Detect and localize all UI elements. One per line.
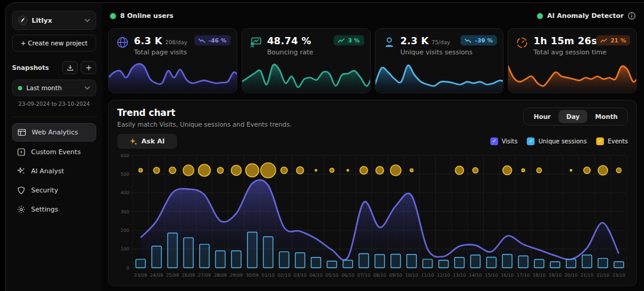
trend-chart-card: Trend chart Easily match Visits, Unique … — [108, 100, 637, 286]
sidebar-item-security[interactable]: Security — [12, 182, 96, 199]
legend-events[interactable]: ✓ Events — [596, 137, 628, 145]
custom-events-icon — [17, 148, 26, 157]
svg-text:08/10: 08/10 — [373, 272, 386, 278]
svg-text:19/10: 19/10 — [548, 272, 561, 278]
project-selector[interactable]: Litlyx — [12, 11, 96, 30]
stat-label: Total avg session time — [533, 48, 606, 56]
stat-label: Total page visits — [134, 48, 187, 56]
sparkle-icon — [130, 138, 137, 145]
sparkline-session-time — [508, 62, 637, 93]
svg-text:01/10: 01/10 — [262, 272, 275, 278]
stat-per-day: 208/day — [165, 39, 187, 45]
trend-legend: ✓ Visits ✓ Unique sessions ✓ Events — [490, 137, 628, 145]
sidebar-item-settings[interactable]: Settings — [12, 201, 96, 218]
sparkline-unique-sessions — [375, 62, 504, 93]
trend-up-icon — [600, 38, 608, 43]
stat-card-unique-sessions: 2.3 K 75/day Unique visits sessions -39 … — [375, 28, 504, 93]
svg-text:03/10: 03/10 — [294, 272, 307, 278]
svg-text:14/10: 14/10 — [469, 272, 482, 278]
ai-analyst-icon — [17, 167, 26, 176]
stat-label: Unique visits sessions — [401, 48, 473, 56]
stat-cards-row: 6.3 K 208/day Total page visits -46 % 48… — [108, 28, 637, 93]
svg-text:16/10: 16/10 — [500, 272, 514, 278]
svg-text:09/10: 09/10 — [389, 272, 402, 278]
svg-text:20/10: 20/10 — [564, 272, 578, 278]
trend-down-icon — [465, 38, 472, 43]
svg-text:23/09: 23/09 — [134, 272, 147, 278]
globe-icon — [116, 36, 129, 49]
stat-value: 1h 15m 26s — [533, 35, 597, 47]
svg-text:600: 600 — [121, 153, 130, 158]
create-project-button[interactable]: + Create new project — [12, 35, 96, 51]
snapshot-select[interactable]: Last month — [12, 79, 96, 96]
legend-visits[interactable]: ✓ Visits — [490, 137, 518, 145]
stat-card-bouncing-rate: 48.74 % Bouncing rate 3 % — [242, 28, 371, 93]
online-users-label: 8 Online users — [120, 12, 173, 20]
svg-text:04/10: 04/10 — [310, 272, 323, 278]
sidebar-item-ai-analyst[interactable]: AI Analyst — [12, 163, 96, 180]
stat-trend-badge: -46 % — [194, 35, 231, 45]
svg-text:22/10: 22/10 — [596, 272, 609, 278]
ask-ai-button[interactable]: Ask AI — [117, 134, 177, 149]
save-snapshot-button[interactable] — [62, 61, 78, 74]
stat-trend-badge: 3 % — [334, 35, 364, 45]
sparkline-page-visits — [108, 62, 237, 93]
range-segmented-control: Hour Day Month — [523, 108, 628, 125]
range-hour-button[interactable]: Hour — [526, 110, 558, 123]
svg-text:26/09: 26/09 — [182, 272, 195, 278]
stat-trend-badge: 21 % — [596, 35, 630, 45]
stat-per-day: 75/day — [432, 39, 450, 45]
trend-chart[interactable]: 010020030040050060023/0924/0925/0926/092… — [116, 151, 630, 283]
sidebar-divider — [11, 117, 97, 117]
gear-icon — [17, 205, 26, 214]
trend-up-icon — [338, 38, 345, 43]
download-icon — [67, 65, 74, 71]
app-window: Litlyx + Create new project Snapshots La… — [5, 2, 644, 291]
stat-card-total-page-visits: 6.3 K 208/day Total page visits -46 % — [108, 28, 237, 93]
trend-title: Trend chart — [117, 108, 292, 118]
stat-card-session-time: 1h 15m 26s Total avg session time 21 % — [508, 28, 637, 93]
range-day-button[interactable]: Day — [558, 110, 587, 123]
trend-subtitle: Easily match Visits, Unique sessions and… — [117, 121, 292, 128]
litlyx-logo-icon — [18, 16, 28, 25]
snapshot-selected-value: Last month — [26, 84, 80, 91]
trend-chart-area: 010020030040050060023/0924/0925/0926/092… — [116, 151, 630, 283]
svg-text:400: 400 — [121, 190, 130, 195]
chevron-down-icon — [84, 19, 90, 22]
timer-icon — [515, 36, 529, 49]
online-status-dot — [110, 13, 116, 19]
svg-text:21/10: 21/10 — [581, 272, 594, 278]
svg-text:30/09: 30/09 — [246, 272, 259, 278]
snapshot-status-dot — [18, 86, 22, 90]
snapshots-label: Snapshots — [12, 64, 59, 71]
sidebar-item-label: Settings — [31, 206, 58, 213]
add-snapshot-button[interactable] — [81, 61, 96, 74]
sidebar: Litlyx + Create new project Snapshots La… — [6, 3, 102, 291]
sparkline-bouncing-rate — [242, 62, 371, 93]
svg-text:11/10: 11/10 — [421, 272, 434, 278]
sidebar-item-label: AI Analyst — [31, 167, 64, 175]
sidebar-item-custom-events[interactable]: Custom Events — [12, 143, 96, 161]
web-analytics-icon — [17, 128, 26, 137]
legend-unique-sessions[interactable]: ✓ Unique sessions — [527, 137, 587, 145]
anomaly-status-dot — [537, 13, 543, 19]
svg-text:07/10: 07/10 — [358, 272, 371, 278]
ai-anomaly-detector: AI Anomaly Detector — [537, 12, 636, 20]
sidebar-item-web-analytics[interactable]: Web Analytics — [12, 123, 96, 142]
svg-text:13/10: 13/10 — [453, 272, 466, 278]
trend-down-icon — [199, 38, 206, 43]
range-month-button[interactable]: Month — [587, 110, 625, 123]
project-name: Litlyx — [32, 17, 80, 24]
stat-value: 2.3 K — [401, 35, 429, 47]
unique-sessions-checkbox[interactable]: ✓ — [527, 137, 535, 145]
chevron-down-icon — [84, 86, 90, 90]
events-checkbox[interactable]: ✓ — [596, 137, 604, 145]
svg-text:0: 0 — [126, 265, 129, 271]
svg-text:05/10: 05/10 — [325, 272, 338, 278]
svg-text:18/10: 18/10 — [533, 272, 546, 278]
stat-label: Bouncing rate — [267, 48, 315, 56]
sidebar-item-label: Security — [31, 186, 58, 194]
visits-checkbox[interactable]: ✓ — [490, 137, 498, 145]
info-icon[interactable] — [628, 12, 636, 20]
svg-text:10/10: 10/10 — [405, 272, 419, 278]
